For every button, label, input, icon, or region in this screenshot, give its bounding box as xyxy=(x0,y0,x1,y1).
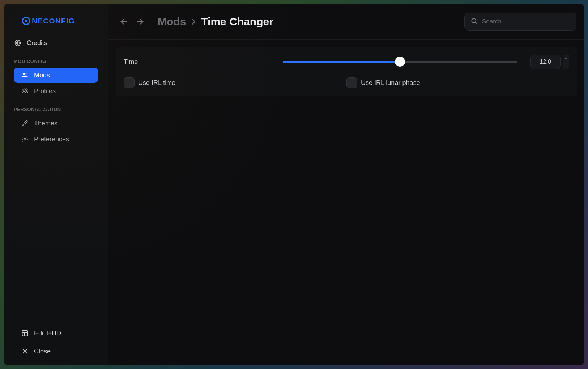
sidebar-item-preferences[interactable]: Preferences xyxy=(14,132,98,147)
use-irl-time-checkbox[interactable]: Use IRL time xyxy=(124,77,346,88)
sidebar-section-personalization: PERSONALIZATION xyxy=(4,99,108,116)
sidebar: NECONFIG Credits MOD CONFIG Mods xyxy=(4,4,108,365)
main-area: Mods Time Changer Time xyxy=(108,4,584,365)
slider-track xyxy=(283,61,517,63)
settings-card: Time 12.0 xyxy=(116,47,577,96)
time-value-input[interactable]: 12.0 xyxy=(530,55,561,69)
logo-text: NECONFIG xyxy=(32,17,75,25)
svg-point-11 xyxy=(24,138,26,140)
arrow-right-icon xyxy=(136,18,144,26)
slider-thumb[interactable] xyxy=(395,57,405,67)
users-icon xyxy=(21,87,29,95)
time-label: Time xyxy=(124,58,283,66)
step-down-button[interactable] xyxy=(563,62,569,69)
checkbox-box xyxy=(346,77,357,88)
search-icon xyxy=(470,17,478,26)
svg-point-9 xyxy=(23,89,25,91)
sidebar-section-mod-config: MOD CONFIG xyxy=(4,51,108,68)
topbar: Mods Time Changer xyxy=(108,4,584,40)
sidebar-item-credits[interactable]: Credits xyxy=(4,35,108,51)
time-stepper xyxy=(563,55,569,69)
chevron-up-icon xyxy=(564,56,568,60)
edit-hud-label: Edit HUD xyxy=(34,330,61,337)
close-label: Close xyxy=(34,348,51,355)
app-logo: NECONFIG xyxy=(4,11,108,35)
close-icon xyxy=(21,347,29,355)
layout-icon xyxy=(21,329,29,337)
step-up-button[interactable] xyxy=(563,55,569,62)
breadcrumb-parent[interactable]: Mods xyxy=(158,16,186,28)
svg-point-7 xyxy=(23,73,25,75)
target-icon xyxy=(14,39,22,47)
edit-hud-button[interactable]: Edit HUD xyxy=(14,324,98,342)
sidebar-item-label: Profiles xyxy=(34,87,56,95)
svg-point-4 xyxy=(17,43,18,44)
nav-back-button[interactable] xyxy=(116,14,131,29)
checkbox-box xyxy=(124,77,135,88)
search-input[interactable] xyxy=(482,18,570,25)
checkbox-label: Use IRL lunar phase xyxy=(361,79,420,87)
slider-fill xyxy=(283,61,400,63)
sidebar-item-label: Preferences xyxy=(34,136,69,143)
close-button[interactable]: Close xyxy=(14,342,98,360)
nav-forward-button[interactable] xyxy=(133,14,148,29)
chevron-right-icon xyxy=(189,18,197,26)
sidebar-item-profiles[interactable]: Profiles xyxy=(14,83,98,99)
brush-icon xyxy=(21,119,29,127)
time-slider[interactable] xyxy=(283,55,517,69)
sidebar-item-label: Themes xyxy=(34,120,57,127)
time-setting-row: Time 12.0 xyxy=(124,53,569,70)
page-title: Time Changer xyxy=(201,16,273,28)
arrow-left-icon xyxy=(120,18,128,26)
breadcrumb: Mods Time Changer xyxy=(158,16,273,28)
svg-point-8 xyxy=(25,76,26,77)
use-irl-lunar-checkbox[interactable]: Use IRL lunar phase xyxy=(346,77,569,88)
sidebar-item-mods[interactable]: Mods xyxy=(14,68,98,83)
svg-point-1 xyxy=(25,20,27,22)
sidebar-item-themes[interactable]: Themes xyxy=(14,116,98,131)
sidebar-item-label: Mods xyxy=(34,72,50,79)
chevron-down-icon xyxy=(564,64,568,67)
content-area: Time 12.0 xyxy=(108,40,584,365)
svg-point-10 xyxy=(26,89,27,90)
sliders-icon xyxy=(21,71,29,79)
svg-rect-12 xyxy=(22,331,28,336)
gear-icon xyxy=(21,135,29,143)
search-box[interactable] xyxy=(464,13,576,31)
svg-line-20 xyxy=(476,22,477,23)
checkbox-label: Use IRL time xyxy=(138,79,175,87)
sidebar-item-label: Credits xyxy=(27,39,47,47)
